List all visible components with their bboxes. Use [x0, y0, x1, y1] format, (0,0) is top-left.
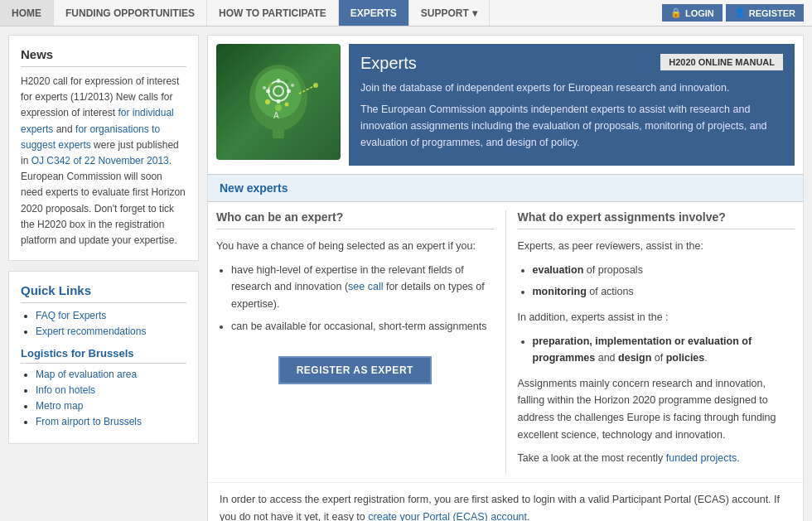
who-can-list: have high-level of expertise in the rele… [216, 262, 494, 335]
list-item: have high-level of expertise in the rele… [231, 262, 494, 313]
what-involve-column: What do expert assignments involve? Expe… [506, 210, 795, 474]
top-navigation: HOME FUNDING OPPORTUNITIES HOW TO PARTIC… [0, 0, 812, 27]
svg-point-16 [285, 80, 288, 83]
nav-funding[interactable]: FUNDING OPPORTUNITIES [54, 0, 207, 26]
nav-experts[interactable]: EXPERTS [339, 0, 409, 26]
svg-rect-7 [287, 89, 291, 93]
list-item: Expert recommendations [36, 326, 186, 337]
list-item: Metro map [36, 400, 186, 412]
two-column-content: Who can be an expert? You have a chance … [208, 202, 803, 482]
map-link[interactable]: Map of evaluation area [36, 369, 137, 380]
svg-point-10 [285, 103, 289, 107]
list-item: can be available for occasional, short-t… [231, 318, 494, 335]
list-item: preparation, implementation or evaluatio… [533, 333, 795, 367]
faq-link[interactable]: FAQ for Experts [36, 310, 106, 321]
logistics-title: Logistics for Brussels [21, 347, 186, 364]
who-can-intro: You have a chance of being selected as a… [216, 238, 494, 255]
who-can-column: Who can be an expert? You have a chance … [216, 210, 506, 474]
nav-participate[interactable]: HOW TO PARTICIPATE [207, 0, 339, 26]
new-experts-bar: New experts [208, 174, 803, 202]
svg-rect-5 [277, 99, 280, 104]
news-title: News [21, 47, 186, 67]
svg-point-9 [265, 99, 270, 104]
expert-illustration: A [233, 56, 324, 147]
hero-title: Experts [360, 54, 417, 73]
quick-links-section: Quick Links FAQ for Experts Expert recom… [8, 271, 199, 444]
register-as-expert-button[interactable]: REGISTER AS EXPERT [278, 356, 432, 384]
assignments-body: Assignments mainly concern research and … [518, 375, 795, 444]
list-item: FAQ for Experts [36, 310, 186, 321]
quick-links-title: Quick Links [21, 283, 186, 303]
footer-text: In order to access the expert registrati… [208, 482, 803, 521]
content-area: A Experts H2020 ONLINE MANUAL [207, 35, 804, 521]
svg-text:A: A [273, 111, 279, 120]
hero-image: A [216, 44, 341, 160]
main-container: News H2020 call for expression of intere… [0, 27, 812, 521]
svg-point-14 [275, 104, 282, 111]
airport-link[interactable]: From airport to Brussels [36, 416, 142, 427]
funded-projects-link[interactable]: funded projects. [666, 452, 740, 464]
hero-section: A Experts H2020 ONLINE MANUAL [208, 36, 803, 174]
hotels-link[interactable]: Info on hotels [36, 384, 95, 396]
auth-buttons: 🔒 LOGIN 👤 REGISTER [662, 0, 812, 26]
manual-button[interactable]: H2020 ONLINE MANUAL [660, 54, 783, 70]
create-account-link[interactable]: create your Portal (ECAS) account. [368, 511, 529, 522]
svg-rect-4 [277, 79, 280, 83]
svg-rect-8 [273, 128, 284, 138]
svg-point-12 [291, 84, 294, 87]
nav-links: HOME FUNDING OPPORTUNITIES HOW TO PARTIC… [0, 0, 490, 26]
see-call-link[interactable]: see call [348, 281, 383, 292]
list-item: Map of evaluation area [36, 369, 186, 380]
hero-info-header: Experts H2020 ONLINE MANUAL [360, 54, 783, 73]
lock-icon: 🔒 [670, 7, 682, 18]
nav-support[interactable]: SUPPORT ▾ [409, 0, 490, 26]
new-experts-label: New experts [220, 181, 288, 195]
logistics-list: Map of evaluation area Info on hotels Me… [21, 369, 186, 427]
svg-point-15 [268, 83, 273, 88]
svg-rect-6 [266, 89, 270, 93]
login-button[interactable]: 🔒 LOGIN [662, 4, 723, 22]
expert-recommendations-link[interactable]: Expert recommendations [36, 326, 146, 337]
what-involve-list2: preparation, implementation or evaluatio… [518, 333, 795, 367]
list-item: monitoring of actions [533, 283, 795, 301]
svg-point-18 [313, 83, 318, 88]
what-involve-title: What do expert assignments involve? [518, 210, 795, 229]
register-button[interactable]: 👤 REGISTER [726, 4, 804, 22]
news-body: H2020 call for expression of interest fo… [21, 74, 186, 248]
list-item: From airport to Brussels [36, 416, 186, 427]
news-section: News H2020 call for expression of intere… [8, 35, 199, 261]
take-look-text: Take a look at the most recently funded … [518, 450, 795, 467]
nav-home[interactable]: HOME [0, 0, 54, 26]
svg-point-11 [263, 86, 266, 89]
in-addition-text: In addition, experts assist in the : [518, 309, 795, 326]
who-can-title: Who can be an expert? [216, 210, 494, 229]
what-involve-intro: Experts, as peer reviewers, assist in th… [518, 238, 795, 255]
news-link-oj[interactable]: OJ C342 of 22 November 2013 [31, 155, 169, 166]
list-item: Info on hotels [36, 384, 186, 396]
quick-links-list: FAQ for Experts Expert recommendations [21, 310, 186, 337]
hero-image-visual: A [216, 44, 341, 160]
what-involve-list1: evaluation of proposals monitoring of ac… [518, 262, 795, 301]
sidebar: News H2020 call for expression of intere… [8, 35, 199, 521]
hero-info: Experts H2020 ONLINE MANUAL Join the dat… [349, 44, 795, 166]
list-item: evaluation of proposals [533, 262, 795, 279]
dropdown-icon: ▾ [472, 7, 477, 19]
nav-support-label: SUPPORT [421, 7, 469, 19]
metro-link[interactable]: Metro map [36, 400, 83, 412]
hero-description: Join the database of independent experts… [360, 80, 783, 151]
person-icon: 👤 [734, 7, 746, 18]
